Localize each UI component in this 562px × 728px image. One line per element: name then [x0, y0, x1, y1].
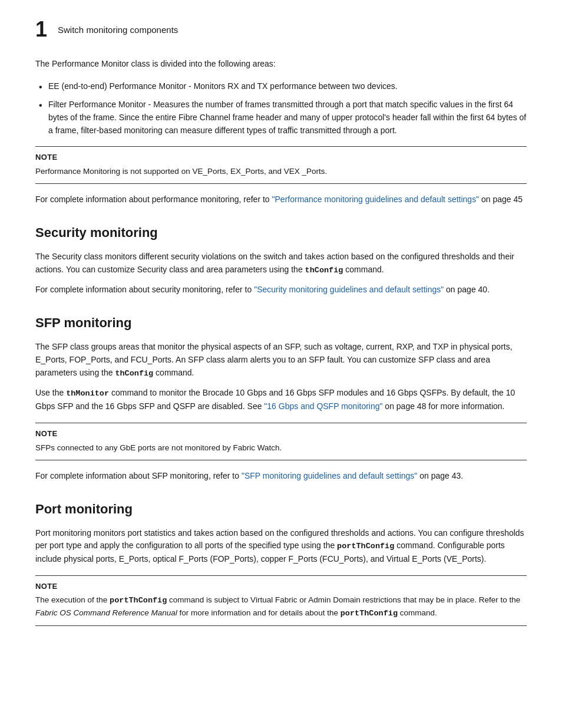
page-header: 1 Switch monitoring components	[35, 18, 527, 40]
bullet-list: EE (end-to-end) Performance Monitor - Mo…	[35, 80, 527, 137]
perf-reference: For complete information about performan…	[35, 193, 527, 206]
sfp-note-label: NOTE	[35, 428, 527, 440]
security-reference-suffix: on page 40.	[444, 285, 490, 294]
sfp-reference-suffix: on page 43.	[417, 471, 463, 480]
list-item: EE (end-to-end) Performance Monitor - Mo…	[35, 80, 527, 93]
sfp-reference-prefix: For complete information about SFP monit…	[35, 471, 242, 480]
chapter-title: Switch monitoring components	[58, 18, 178, 37]
port-note-label: NOTE	[35, 581, 527, 592]
thconfig-code-1: thConfig	[305, 266, 343, 275]
security-reference: For complete information about security …	[35, 284, 527, 297]
intro-paragraph: The Performance Monitor class is divided…	[35, 58, 527, 71]
sfp-monitoring-para-2: Use the thMonitor command to monitor the…	[35, 387, 527, 413]
port-monitoring-para: Port monitoring monitors port statistics…	[35, 527, 527, 566]
sfp-reference-link[interactable]: "SFP monitoring guidelines and default s…	[242, 471, 417, 480]
security-reference-link[interactable]: "Security monitoring guidelines and defa…	[254, 285, 444, 294]
security-monitoring-heading: Security monitoring	[35, 223, 527, 242]
security-reference-prefix: For complete information about security …	[35, 285, 254, 294]
thconfig-code-2: thConfig	[115, 369, 153, 378]
portthconfig-code-1: portThConfig	[337, 542, 394, 551]
perf-reference-suffix: on page 45	[479, 195, 523, 204]
sfp-note-text: SFPs connected to any GbE ports are not …	[35, 442, 527, 454]
port-note-text: The execution of the portThConfig comman…	[35, 594, 527, 620]
sfp-monitoring-para-1: The SFP class groups areas that monitor …	[35, 341, 527, 380]
port-monitoring-heading: Port monitoring	[35, 499, 527, 519]
perf-reference-link[interactable]: "Performance monitoring guidelines and d…	[272, 195, 480, 204]
page-container: 1 Switch monitoring components The Perfo…	[0, 0, 562, 728]
sfp-monitoring-heading: SFP monitoring	[35, 313, 527, 332]
fabric-os-manual-title: Fabric OS Command Reference Manual	[35, 608, 177, 617]
portthconfig-code-2: portThConfig	[110, 596, 167, 605]
list-item: Filter Performance Monitor - Measures th…	[35, 98, 527, 137]
performance-note-box: NOTE Performance Monitoring is not suppo…	[35, 146, 527, 184]
security-monitoring-para: The Security class monitors different se…	[35, 251, 527, 277]
sfp-reference: For complete information about SFP monit…	[35, 470, 527, 483]
note-label: NOTE	[35, 151, 527, 163]
perf-reference-prefix: For complete information about performan…	[35, 195, 272, 204]
portthconfig-code-3: portThConfig	[340, 609, 398, 618]
port-note-box: NOTE The execution of the portThConfig c…	[35, 575, 527, 626]
note-text: Performance Monitoring is not supported …	[35, 166, 527, 177]
thmonitor-code: thMonitor	[66, 389, 109, 398]
sfp-16gbps-link[interactable]: "16 Gbps and QSFP monitoring"	[264, 401, 382, 411]
chapter-number: 1	[35, 18, 47, 40]
sfp-note-box: NOTE SFPs connected to any GbE ports are…	[35, 423, 527, 460]
